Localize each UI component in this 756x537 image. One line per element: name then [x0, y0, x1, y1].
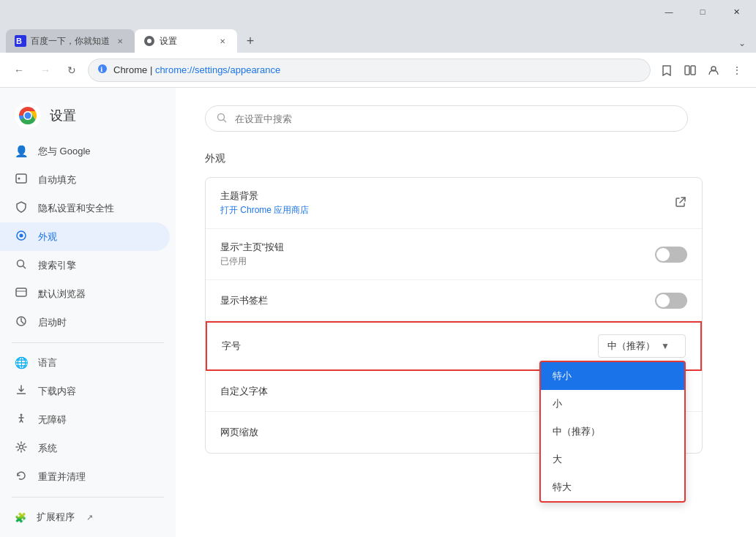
sidebar-item-extensions[interactable]: 🧩 扩展程序 ↗ [0, 503, 170, 531]
sidebar-item-appearance-label: 外观 [38, 230, 57, 244]
bookmarks-main-label: 显示书签栏 [220, 294, 655, 307]
sidebar-item-privacy[interactable]: 隐私设置和安全性 [0, 194, 170, 222]
settings-search-input[interactable] [235, 113, 677, 124]
svg-point-22 [20, 414, 23, 416]
font-size-option-small[interactable]: 小 [541, 390, 684, 418]
theme-control [674, 195, 687, 211]
font-size-dropdown-trigger[interactable]: 中（推荐） ▼ [598, 334, 686, 358]
font-size-option-extra-large[interactable]: 特大 [541, 473, 684, 501]
font-size-option-large[interactable]: 大 [541, 446, 684, 473]
system-icon [15, 441, 28, 455]
sidebar-item-autofill-label: 自动填充 [38, 173, 76, 187]
minimize-button[interactable]: — [652, 0, 686, 23]
sidebar-item-google-label: 您与 Google [38, 145, 91, 158]
settings-search-bar[interactable] [205, 105, 688, 132]
settings-card: 主题背景 打开 Chrome 应用商店 显示"主页"按钮 [205, 177, 703, 454]
reload-button[interactable]: ↻ [61, 60, 82, 80]
bookmarks-toggle[interactable] [655, 293, 687, 309]
home-control [655, 247, 687, 263]
font-size-dropdown-wrap: 中（推荐） ▼ 特小 小 中（推荐） 大 特大 [598, 334, 686, 358]
tabbar: B 百度一下，你就知道 ✕ 设置 ✕ + ⌄ [0, 23, 756, 53]
theme-main-label: 主题背景 [220, 189, 674, 203]
svg-rect-7 [691, 66, 695, 75]
appearance-icon [15, 230, 28, 244]
sidebar-item-startup[interactable]: 启动时 [0, 308, 170, 337]
sidebar-item-reset-label: 重置并清理 [38, 470, 86, 484]
svg-text:B: B [16, 37, 22, 45]
sidebar-item-extensions-label: 扩展程序 [37, 511, 75, 524]
sidebar-item-accessibility-label: 无障碍 [38, 413, 67, 427]
sidebar-item-search[interactable]: 搜索引擎 [0, 251, 170, 279]
sidebar-title: 设置 [50, 107, 76, 124]
home-toggle[interactable] [655, 247, 687, 263]
svg-point-15 [20, 234, 23, 238]
tab-more-button[interactable]: ⌄ [734, 37, 750, 50]
sidebar-item-autofill[interactable]: 自动填充 [0, 165, 170, 194]
font-size-chevron-icon: ▼ [661, 341, 670, 351]
back-button[interactable]: ← [9, 60, 29, 80]
theme-label: 主题背景 打开 Chrome 应用商店 [220, 189, 674, 217]
sidebar-item-download-label: 下载内容 [38, 385, 76, 398]
forward-button[interactable]: → [35, 60, 56, 80]
sidebar-item-browser[interactable]: 默认浏览器 [0, 279, 170, 308]
address-chrome: Chrome [113, 64, 147, 75]
accessibility-icon [15, 413, 28, 427]
content-area: 外观 主题背景 打开 Chrome 应用商店 [176, 88, 756, 537]
sidebar-item-download[interactable]: 下载内容 [0, 377, 170, 405]
sidebar-item-accessibility[interactable]: 无障碍 [0, 405, 170, 434]
settings-row-home: 显示"主页"按钮 已停用 [206, 229, 702, 280]
address-bar[interactable]: ℹ Chrome | chrome://settings/appearance [88, 59, 651, 82]
tab-settings-label: 设置 [160, 35, 212, 48]
startup-icon [15, 315, 28, 329]
home-main-label: 显示"主页"按钮 [220, 241, 655, 254]
svg-point-11 [25, 113, 31, 119]
extensions-external-icon: ↗ [86, 513, 93, 522]
font-size-option-extra-small[interactable]: 特小 [541, 362, 684, 390]
font-size-option-medium[interactable]: 中（推荐） [541, 418, 684, 446]
sidebar-divider-2 [12, 497, 164, 497]
new-tab-button[interactable]: + [240, 31, 261, 51]
reset-icon [15, 470, 28, 484]
sidebar-item-system[interactable]: 系统 [0, 434, 170, 462]
language-icon: 🌐 [15, 356, 28, 369]
split-view-button[interactable] [680, 60, 700, 80]
sidebar-item-browser-label: 默认浏览器 [38, 288, 86, 301]
address-url: chrome://settings/appearance [155, 64, 280, 75]
sidebar-item-about[interactable]: i 关于 Chrome [0, 531, 170, 537]
sidebar-item-google[interactable]: 👤 您与 Google [0, 138, 170, 165]
tab-settings-close[interactable]: ✕ [217, 35, 228, 47]
close-button[interactable]: ✕ [719, 0, 753, 23]
sidebar-item-reset[interactable]: 重置并清理 [0, 462, 170, 491]
theme-sub-label[interactable]: 打开 Chrome 应用商店 [220, 204, 674, 217]
search-icon [216, 112, 228, 126]
sidebar-item-appearance[interactable]: 外观 [0, 222, 170, 251]
autofill-icon [15, 173, 28, 187]
font-size-label: 字号 [222, 339, 598, 353]
search-engine-icon [15, 258, 28, 272]
download-icon [15, 384, 28, 398]
font-size-dropdown-menu: 特小 小 中（推荐） 大 特大 [539, 361, 686, 503]
account-button[interactable] [703, 60, 724, 80]
tab-baidu-close[interactable]: ✕ [114, 35, 126, 47]
svg-line-17 [23, 266, 26, 269]
svg-line-28 [680, 198, 685, 203]
theme-external-icon[interactable] [674, 195, 687, 211]
maximize-button[interactable]: □ [686, 0, 719, 23]
svg-point-3 [147, 39, 151, 43]
bookmark-button[interactable] [656, 60, 677, 80]
tab-baidu[interactable]: B 百度一下，你就知道 ✕ [6, 29, 135, 53]
settings-row-theme: 主题背景 打开 Chrome 应用商店 [206, 178, 702, 229]
svg-line-27 [224, 119, 227, 122]
svg-point-23 [20, 446, 23, 449]
section-title: 外观 [205, 152, 727, 165]
svg-rect-18 [16, 288, 26, 296]
titlebar: — □ ✕ [0, 0, 756, 23]
tab-settings[interactable]: 设置 ✕ [135, 29, 237, 53]
browser-icon [15, 287, 28, 301]
tab-baidu-label: 百度一下，你就知道 [31, 35, 110, 48]
more-menu-button[interactable]: ⋮ [727, 60, 747, 80]
addressbar: ← → ↻ ℹ Chrome | chrome://settings/appea… [0, 53, 756, 88]
sidebar-item-privacy-label: 隐私设置和安全性 [38, 202, 114, 215]
sidebar-item-language[interactable]: 🌐 语言 [0, 349, 170, 377]
svg-rect-6 [685, 66, 689, 75]
